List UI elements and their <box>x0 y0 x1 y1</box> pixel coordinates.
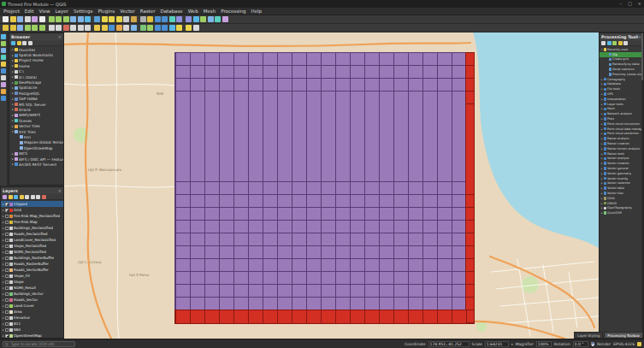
expander-icon[interactable]: ▸ <box>600 127 604 131</box>
layer-item[interactable]: ▸ Area <box>1 309 63 315</box>
edit-in-place-icon[interactable] <box>618 41 623 45</box>
add-raster-icon[interactable] <box>1 48 6 53</box>
filter-browser-icon[interactable] <box>17 41 21 45</box>
save-layer-edits-icon[interactable] <box>17 25 23 31</box>
menu-item[interactable]: Mesh <box>201 9 218 14</box>
add-wms-icon[interactable] <box>1 82 6 87</box>
style-manager-icon[interactable] <box>32 16 38 22</box>
layer-visibility-checkbox[interactable] <box>5 286 9 290</box>
map-canvas[interactable]: N26Upt P. WainuiomataUpt L. LintasaUpt 5… <box>64 32 599 339</box>
add-wms-layer-icon[interactable] <box>222 16 228 22</box>
layer-visibility-checkbox[interactable] <box>5 245 9 248</box>
zoom-out-icon[interactable] <box>56 16 62 22</box>
results-viewer-icon[interactable] <box>612 41 617 45</box>
open-project-icon[interactable] <box>10 16 16 22</box>
expander-icon[interactable]: ▸ <box>600 147 604 150</box>
delete-selected-icon[interactable] <box>63 25 69 31</box>
digitize-point-icon[interactable] <box>25 25 31 31</box>
new-map-view-icon[interactable] <box>176 16 182 22</box>
magnifier-input[interactable] <box>536 341 552 347</box>
show-bookmarks-icon[interactable] <box>162 16 168 22</box>
maximize-button[interactable]: □ <box>625 0 635 8</box>
minimize-button[interactable]: – <box>616 0 625 8</box>
statistics-panel-icon[interactable] <box>123 25 129 31</box>
expander-icon[interactable]: ▸ <box>600 142 604 145</box>
layer-item[interactable]: ▸ Buildings_Reclassified <box>1 225 63 231</box>
layer-visibility-checkbox[interactable] <box>5 292 9 296</box>
add-delimited-text-icon[interactable] <box>1 62 6 67</box>
layers-close-icon[interactable]: × <box>58 188 62 193</box>
pan-map-icon[interactable] <box>39 16 45 22</box>
layer-item[interactable]: ▸ Grid <box>1 207 63 213</box>
expander-icon[interactable]: ▸ <box>600 192 604 195</box>
layer-visibility-checkbox[interactable] <box>5 304 9 308</box>
layer-item[interactable]: ▸ Buildings_Vector <box>1 291 63 297</box>
expander-icon[interactable]: ▸ <box>600 167 604 170</box>
collapse-all-icon[interactable] <box>36 195 40 199</box>
new-project-icon[interactable] <box>3 16 9 22</box>
temporal-controller-icon[interactable] <box>169 16 175 22</box>
layer-visibility-checkbox[interactable] <box>5 268 9 272</box>
layer-visibility-checkbox[interactable] <box>5 227 9 230</box>
add-arcgis-icon[interactable] <box>1 96 6 101</box>
layer-item[interactable]: ▸ Roads_RasterBuffer <box>1 261 63 267</box>
layer-item[interactable]: ▸ OpenStreetMap <box>1 333 63 338</box>
history-icon[interactable] <box>607 41 612 45</box>
wrench-icon[interactable] <box>601 41 606 45</box>
layer-item[interactable]: ▸ Slope <box>1 279 63 285</box>
zoom-in-icon[interactable] <box>49 16 55 22</box>
new-3d-map-view-icon[interactable] <box>186 16 192 22</box>
add-spatialite-icon[interactable] <box>1 75 6 80</box>
expander-icon[interactable]: ▸ <box>600 162 604 165</box>
layer-item[interactable]: ▸ NDMI_Result <box>1 285 63 291</box>
layer-visibility-checkbox[interactable] <box>5 280 9 284</box>
layer-visibility-checkbox[interactable] <box>5 262 9 266</box>
expander-icon[interactable]: ▸ <box>600 132 604 135</box>
layer-item[interactable]: ▸ NDMI_Reclassified <box>1 249 63 255</box>
scale-input[interactable] <box>485 341 509 347</box>
options-icon[interactable] <box>623 41 628 45</box>
expander-icon[interactable]: ▸ <box>600 112 604 115</box>
layer-item[interactable]: ▸ Clipped <box>1 201 63 207</box>
expander-icon[interactable]: ▸ <box>600 156 604 160</box>
open-layer-styling-icon[interactable] <box>3 195 7 199</box>
expand-all-icon[interactable] <box>31 195 35 199</box>
layer-visibility-checkbox[interactable] <box>5 233 9 236</box>
label-tool-icon[interactable] <box>186 25 192 31</box>
field-calculator-icon[interactable] <box>131 16 137 22</box>
manage-themes-icon[interactable] <box>14 195 18 199</box>
menu-item[interactable]: Plugins <box>95 9 117 14</box>
scrollbar[interactable] <box>641 33 644 338</box>
expander-icon[interactable]: ▸ <box>600 197 604 200</box>
dock-tab[interactable]: Layer Styling <box>574 332 603 339</box>
expander-icon[interactable]: ▸ <box>600 177 604 180</box>
filter-legend-icon[interactable] <box>20 195 24 199</box>
expander-icon[interactable]: ▸ <box>600 78 604 81</box>
quickosm-icon[interactable] <box>140 25 146 31</box>
layer-visibility-checkbox[interactable] <box>5 251 9 254</box>
expander-icon[interactable]: ▸ <box>600 122 604 126</box>
layer-visibility-checkbox[interactable] <box>5 322 9 326</box>
layer-item[interactable]: ▸ Fire Risk Map <box>1 219 63 225</box>
zoom-next-icon[interactable] <box>78 16 84 22</box>
expander-icon[interactable]: ▸ <box>600 117 604 121</box>
menu-item[interactable]: Layer <box>53 9 71 14</box>
attribute-table-icon[interactable] <box>123 16 129 22</box>
layer-visibility-checkbox[interactable] <box>5 215 9 218</box>
layer-visibility-checkbox[interactable] <box>5 209 9 212</box>
locate-input[interactable] <box>3 341 75 347</box>
layer-visibility-checkbox[interactable] <box>5 298 9 302</box>
redo-icon[interactable] <box>102 25 108 31</box>
layer-item[interactable]: ▸ Slope_Reclassified <box>1 243 63 249</box>
add-postgis-icon[interactable] <box>1 68 6 74</box>
expander-icon[interactable]: ▸ <box>600 103 604 106</box>
layer-visibility-checkbox[interactable] <box>5 328 9 332</box>
add-wfs-icon[interactable] <box>1 89 6 94</box>
copy-features-icon[interactable] <box>78 25 84 31</box>
layer-visibility-checkbox[interactable] <box>5 316 9 320</box>
cut-features-icon[interactable] <box>70 25 76 31</box>
expander-icon[interactable]: ▸ <box>600 202 604 205</box>
add-raster-layer-icon[interactable] <box>208 16 214 22</box>
scale-dropdown-icon[interactable]: ▾ <box>511 342 513 346</box>
remove-layer-icon[interactable] <box>42 195 46 199</box>
